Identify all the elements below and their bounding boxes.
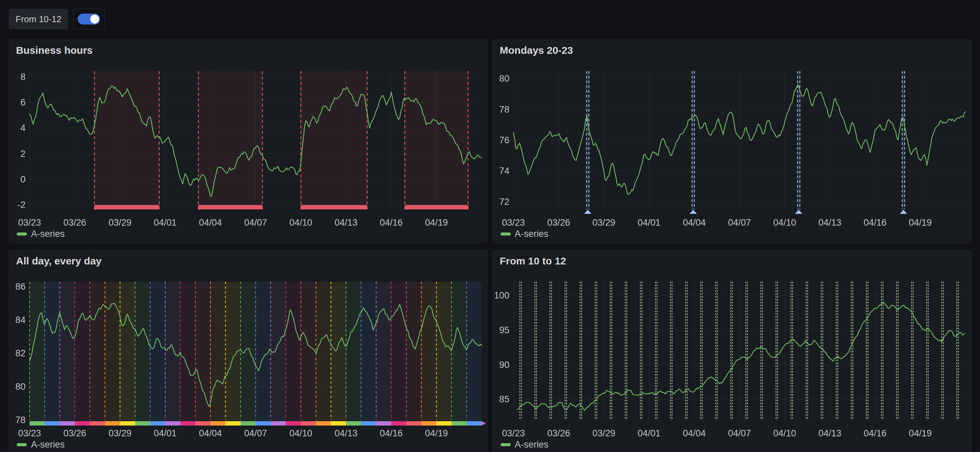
panel-title[interactable]: Business hours bbox=[16, 44, 92, 56]
x-tick-label: 04/19 bbox=[425, 217, 448, 228]
x-tick-label: 03/23 bbox=[502, 428, 525, 438]
day-color-strip bbox=[60, 421, 75, 425]
day-color-strip bbox=[45, 421, 60, 425]
legend-series-label: A-series bbox=[515, 229, 549, 239]
toggle-track[interactable] bbox=[78, 14, 100, 24]
x-tick-label: 04/04 bbox=[199, 428, 222, 438]
x-tick-label: 04/07 bbox=[728, 428, 751, 438]
legend[interactable]: A-series bbox=[17, 229, 65, 239]
panel-title[interactable]: All day, every day bbox=[16, 255, 102, 267]
x-tick-label: 04/16 bbox=[380, 217, 402, 228]
y-tick-label: 78 bbox=[15, 415, 25, 425]
x-tick-label: 04/13 bbox=[818, 428, 841, 438]
x-tick-label: 04/19 bbox=[425, 428, 448, 438]
legend-series-label: A-series bbox=[515, 439, 549, 450]
day-color-strip bbox=[150, 421, 165, 425]
day-color-strip bbox=[376, 421, 391, 425]
day-color-strip bbox=[165, 421, 180, 425]
dashboard-submenu: From 10-12 bbox=[9, 9, 105, 29]
y-tick-label: 80 bbox=[15, 382, 25, 392]
legend[interactable]: A-series bbox=[501, 439, 549, 450]
day-color-strip bbox=[90, 421, 105, 425]
x-tick-label: 03/26 bbox=[547, 217, 570, 228]
x-tick-label: 04/13 bbox=[335, 217, 358, 228]
panel-title[interactable]: From 10 to 12 bbox=[500, 255, 566, 267]
y-tick-label: 76 bbox=[499, 135, 509, 145]
x-tick-label: 04/10 bbox=[290, 217, 312, 228]
y-tick-label: -2 bbox=[18, 200, 25, 210]
x-tick-label: 04/01 bbox=[638, 217, 660, 228]
panel-grid: Business hours 86420-203/2303/2603/2904/… bbox=[9, 40, 971, 452]
toggle-knob bbox=[90, 14, 99, 24]
legend[interactable]: A-series bbox=[501, 229, 549, 239]
y-tick-label: 4 bbox=[21, 123, 25, 133]
day-color-strip bbox=[466, 421, 482, 425]
y-tick-label: 6 bbox=[21, 97, 25, 108]
y-tick-label: 95 bbox=[499, 325, 509, 335]
x-tick-label: 03/29 bbox=[109, 428, 131, 438]
region-strip bbox=[405, 205, 468, 209]
x-tick-label: 04/10 bbox=[773, 217, 796, 228]
y-tick-label: 100 bbox=[494, 290, 509, 301]
plot-svg[interactable]: 807876747203/2303/2603/2904/0104/0404/07… bbox=[493, 40, 971, 243]
y-tick-label: 2 bbox=[21, 149, 25, 159]
annotation-marker-triangle bbox=[795, 210, 802, 214]
x-tick-label: 04/16 bbox=[380, 428, 402, 438]
plot-svg[interactable]: 86420-203/2303/2603/2904/0104/0404/0704/… bbox=[9, 40, 487, 243]
x-tick-label: 04/13 bbox=[335, 428, 358, 438]
strip-continue-arrow bbox=[481, 421, 486, 425]
annotation-marker-triangle bbox=[584, 210, 592, 214]
x-tick-label: 03/29 bbox=[592, 217, 615, 228]
y-tick-label: 78 bbox=[499, 105, 509, 115]
x-tick-label: 04/04 bbox=[199, 217, 222, 228]
x-tick-label: 04/01 bbox=[154, 428, 177, 438]
day-color-strip bbox=[286, 421, 301, 425]
time-region-toggle[interactable] bbox=[73, 9, 105, 29]
y-tick-label: 72 bbox=[499, 197, 509, 207]
variable-label: From 10-12 bbox=[9, 9, 68, 29]
x-tick-label: 04/01 bbox=[154, 217, 177, 228]
x-tick-label: 04/10 bbox=[773, 428, 796, 438]
legend-swatch bbox=[501, 233, 511, 236]
y-tick-label: 86 bbox=[15, 281, 25, 292]
x-tick-label: 03/26 bbox=[63, 428, 86, 438]
panel-from-10-to-12: From 10 to 12 10095908503/2303/2603/2904… bbox=[493, 250, 972, 452]
x-tick-label: 03/23 bbox=[18, 217, 41, 228]
annotation-marker-triangle bbox=[900, 210, 907, 214]
x-tick-label: 04/07 bbox=[728, 217, 751, 228]
x-tick-label: 04/04 bbox=[683, 217, 706, 228]
y-tick-label: 0 bbox=[21, 174, 25, 184]
y-tick-label: 74 bbox=[499, 166, 509, 176]
y-tick-label: 82 bbox=[15, 348, 25, 358]
day-color-strip bbox=[301, 421, 316, 425]
day-color-strip bbox=[30, 421, 45, 425]
y-tick-label: 90 bbox=[499, 360, 509, 370]
plot-svg[interactable]: 10095908503/2303/2603/2904/0104/0404/070… bbox=[493, 251, 971, 452]
x-tick-label: 04/19 bbox=[909, 217, 932, 228]
legend-series-label: A-series bbox=[31, 229, 65, 239]
panel-mondays-20-23: Mondays 20-23 807876747203/2303/2603/290… bbox=[493, 40, 972, 243]
panel-all-day-every-day: All day, every day 868482807803/2303/260… bbox=[9, 250, 488, 452]
plot-svg[interactable]: 868482807803/2303/2603/2904/0104/0404/07… bbox=[9, 251, 487, 452]
day-color-strip bbox=[331, 421, 346, 425]
x-tick-label: 04/16 bbox=[864, 217, 886, 228]
legend-series-label: A-series bbox=[31, 439, 65, 450]
x-tick-label: 04/13 bbox=[818, 217, 841, 228]
legend-swatch bbox=[17, 443, 27, 446]
day-color-strip bbox=[180, 421, 196, 425]
x-tick-label: 03/29 bbox=[592, 428, 615, 438]
x-tick-label: 04/16 bbox=[864, 428, 886, 438]
panel-title[interactable]: Mondays 20-23 bbox=[500, 44, 573, 56]
x-tick-label: 04/04 bbox=[683, 428, 706, 438]
day-color-strip bbox=[105, 421, 120, 425]
legend-swatch bbox=[501, 443, 511, 446]
region-strip bbox=[199, 205, 262, 209]
region-strip bbox=[301, 205, 367, 209]
y-tick-label: 80 bbox=[499, 73, 509, 84]
day-color-strip bbox=[75, 421, 90, 425]
day-color-strip bbox=[421, 421, 436, 425]
day-color-strip bbox=[226, 421, 241, 425]
legend[interactable]: A-series bbox=[17, 439, 65, 450]
x-tick-label: 03/23 bbox=[18, 428, 41, 438]
region-strip bbox=[94, 205, 159, 209]
